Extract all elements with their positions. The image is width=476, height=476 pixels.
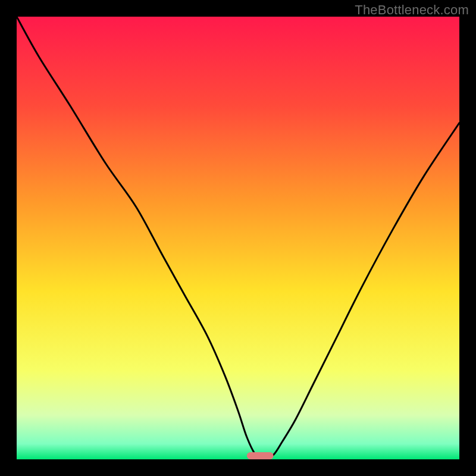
bottleneck-chart — [17, 17, 459, 459]
gradient-background — [17, 17, 459, 459]
plot-area — [17, 17, 459, 459]
chart-frame: TheBottleneck.com — [0, 0, 476, 476]
optimum-marker — [247, 452, 274, 459]
watermark-text: TheBottleneck.com — [355, 2, 469, 18]
